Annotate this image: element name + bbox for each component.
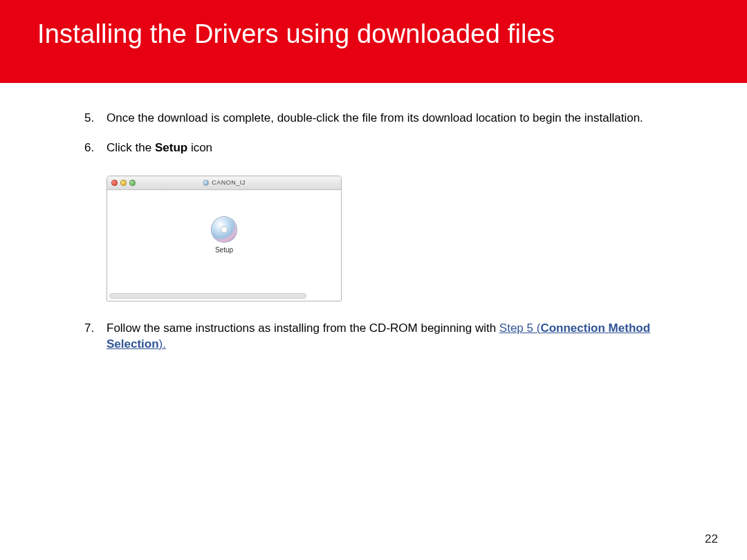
text-bold: Setup bbox=[155, 141, 187, 154]
setup-item[interactable]: Setup bbox=[211, 216, 237, 255]
zoom-icon bbox=[129, 180, 136, 186]
disk-icon bbox=[203, 180, 209, 186]
step-number: 6. bbox=[84, 140, 94, 156]
slide-page: Installing the Drivers using downloaded … bbox=[0, 0, 747, 560]
page-title: Installing the Drivers using downloaded … bbox=[37, 19, 555, 49]
text-fragment: Follow the same instructions as installi… bbox=[107, 321, 499, 335]
text-fragment: Click the bbox=[107, 141, 155, 154]
step-5: 5. Once the download is complete, double… bbox=[107, 111, 706, 127]
setup-disc-icon bbox=[211, 216, 237, 243]
step-7: 7. Follow the same instructions as insta… bbox=[107, 321, 706, 353]
window-title-text: CANON_IJ bbox=[212, 178, 246, 187]
link-fragment: Step 5 ( bbox=[499, 321, 541, 335]
window-title: CANON_IJ bbox=[203, 178, 246, 187]
traffic-lights bbox=[107, 180, 136, 186]
step-6: 6. Click the Setup icon bbox=[107, 140, 706, 301]
finder-window: CANON_IJ Setup bbox=[107, 176, 342, 301]
page-number: 22 bbox=[705, 532, 718, 546]
text-fragment: icon bbox=[187, 141, 212, 154]
close-icon bbox=[111, 180, 118, 186]
step-number: 7. bbox=[84, 321, 94, 337]
step-text: Once the download is complete, double-cl… bbox=[107, 111, 643, 124]
horizontal-scrollbar[interactable] bbox=[109, 293, 306, 299]
window-body: Setup bbox=[107, 190, 341, 301]
minimize-icon bbox=[120, 180, 127, 186]
embedded-screenshot: CANON_IJ Setup bbox=[107, 176, 706, 301]
link-fragment: ). bbox=[159, 337, 166, 351]
setup-label: Setup bbox=[211, 245, 237, 255]
window-titlebar: CANON_IJ bbox=[107, 176, 341, 190]
step-text: Follow the same instructions as installi… bbox=[107, 321, 650, 351]
instruction-list: 5. Once the download is complete, double… bbox=[42, 111, 706, 353]
content-body: 5. Once the download is complete, double… bbox=[0, 97, 747, 366]
step-text: Click the Setup icon bbox=[107, 141, 212, 154]
header-bar: Installing the Drivers using downloaded … bbox=[0, 0, 747, 83]
step-number: 5. bbox=[84, 111, 94, 127]
